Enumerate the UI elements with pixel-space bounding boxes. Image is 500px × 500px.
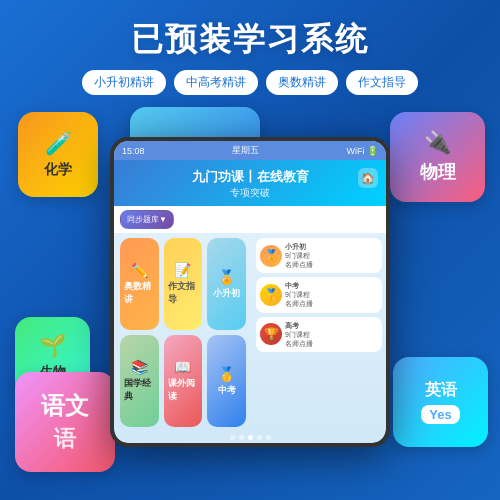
right-panel-gaokao[interactable]: 🏆 高考9门课程名师点播: [256, 317, 382, 352]
yes-badge: Yes: [421, 405, 459, 424]
guoxue-icon: 📚: [131, 359, 148, 375]
tag-zhonggao[interactable]: 中高考精讲: [174, 70, 258, 95]
grid-item-zuowen[interactable]: 📝 作文指导: [164, 238, 203, 330]
grid-item-zhongkao[interactable]: 🥇 中考: [207, 335, 246, 427]
page-title: 已预装学习系统: [0, 0, 500, 70]
grid-item-kewai[interactable]: 📖 课外阅读: [164, 335, 203, 427]
grid-item-xiaochu[interactable]: 🏅 小升初: [207, 238, 246, 330]
xiaochu-icon: 🏅: [218, 269, 235, 285]
zuowen-icon: 📝: [174, 262, 191, 278]
grid-item-aoshu[interactable]: ✏️ 奥数精讲: [120, 238, 159, 330]
page-wrapper: 已预装学习系统 小升初精讲 中高考精讲 奥数精讲 作文指导 🧪 化学 数学 x²…: [0, 0, 500, 477]
tablet-header-subtitle: 专项突破: [124, 186, 376, 200]
subject-card-yuwen[interactable]: 语文 语: [15, 372, 115, 472]
main-area: 🧪 化学 数学 x² + y² = 1 🔌 物理 🌱 生物 语文 语 英语 Ye…: [0, 107, 500, 477]
tablet-header: 九门功课丨在线教育 专项突破 🏠: [114, 160, 386, 206]
subject-card-wuli[interactable]: 🔌 物理: [390, 112, 485, 202]
yuwen-label: 语文: [41, 390, 89, 422]
wuli-label: 物理: [420, 160, 456, 184]
shengwu-icon: 🌱: [39, 333, 66, 359]
huaxue-icon: 🧪: [45, 131, 72, 157]
yuwen-sub: 语: [54, 424, 76, 454]
rpi-text-gaokao: 高考9门课程名师点播: [285, 321, 313, 348]
rpi-text-xiaochu: 小升初9门课程名师点播: [285, 242, 313, 269]
dot-4[interactable]: [257, 435, 262, 440]
kewai-icon: 📖: [174, 359, 191, 375]
tablet-tabbar: 同步题库▼: [114, 206, 386, 233]
subject-card-huaxue[interactable]: 🧪 化学: [18, 112, 98, 197]
tag-aoshu[interactable]: 奥数精讲: [266, 70, 338, 95]
subject-card-yingyu[interactable]: 英语 Yes: [393, 357, 488, 447]
tablet-screen: 15:08 星期五 WiFi 🔋 九门功课丨在线教育 专项突破 🏠 同步题库▼: [114, 141, 386, 443]
aoshu-icon: ✏️: [131, 262, 148, 278]
tablet-home-icon[interactable]: 🏠: [358, 168, 378, 188]
tablet-device: 15:08 星期五 WiFi 🔋 九门功课丨在线教育 专项突破 🏠 同步题库▼: [110, 137, 390, 447]
tablet-header-title: 九门功课丨在线教育: [124, 168, 376, 186]
statusbar-weekday: 星期五: [232, 144, 259, 157]
medal-zhongkao: 🥇: [260, 284, 282, 306]
tag-bar: 小升初精讲 中高考精讲 奥数精讲 作文指导: [0, 70, 500, 107]
dots-navigation: [114, 432, 386, 443]
tablet-grid: ✏️ 奥数精讲 📝 作文指导 🏅 小升初 📚: [114, 233, 252, 432]
medal-gaokao: 🏆: [260, 323, 282, 345]
yingyu-label: 英语: [425, 380, 457, 401]
grid-item-guoxue[interactable]: 📚 国学经典: [120, 335, 159, 427]
dot-1[interactable]: [230, 435, 235, 440]
medal-xiaochu: 🏅: [260, 245, 282, 267]
statusbar-wifi: WiFi 🔋: [347, 146, 379, 156]
zhongkao-icon: 🥇: [218, 366, 235, 382]
wuli-icon: 🔌: [424, 130, 451, 156]
dot-2[interactable]: [239, 435, 244, 440]
tag-zuowen[interactable]: 作文指导: [346, 70, 418, 95]
right-panel-zhongkao[interactable]: 🥇 中考9门课程名师点播: [256, 277, 382, 312]
dot-5[interactable]: [266, 435, 271, 440]
right-panel-xiaochu[interactable]: 🏅 小升初9门课程名师点播: [256, 238, 382, 273]
tablet-right-panel: 🏅 小升初9门课程名师点播 🥇 中考9门课程名师点播 🏆 高考9门课程名师点播: [252, 233, 386, 432]
tag-xiaochu[interactable]: 小升初精讲: [82, 70, 166, 95]
rpi-text-zhongkao: 中考9门课程名师点播: [285, 281, 313, 308]
dot-3[interactable]: [248, 435, 253, 440]
tablet-statusbar: 15:08 星期五 WiFi 🔋: [114, 141, 386, 160]
statusbar-time: 15:08: [122, 146, 145, 156]
huaxue-label: 化学: [44, 161, 72, 179]
tab-tongbuti[interactable]: 同步题库▼: [120, 210, 174, 229]
